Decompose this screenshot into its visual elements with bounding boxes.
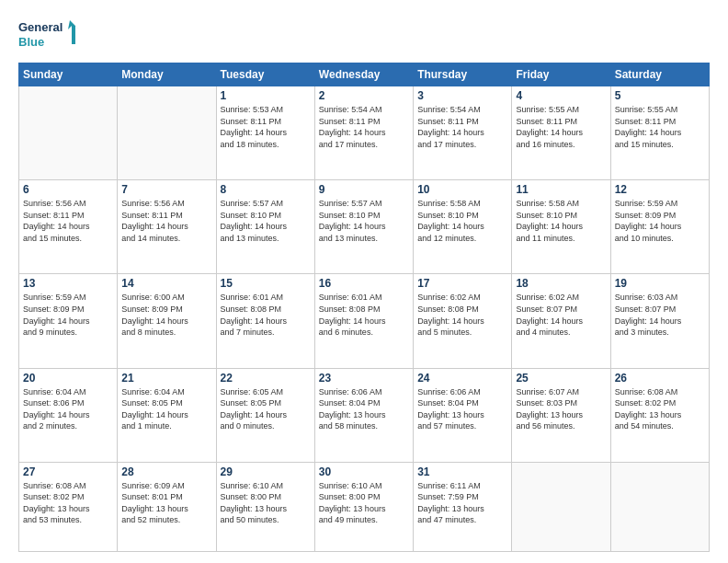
- col-header-thursday: Thursday: [414, 63, 512, 86]
- day-number: 5: [615, 89, 705, 102]
- day-number: 9: [319, 183, 409, 196]
- day-info: Sunrise: 5:57 AM Sunset: 8:10 PM Dayligh…: [221, 198, 311, 244]
- day-info: Sunrise: 6:05 AM Sunset: 8:05 PM Dayligh…: [221, 386, 311, 432]
- calendar-week-row: 6Sunrise: 5:56 AM Sunset: 8:11 PM Daylig…: [19, 180, 710, 274]
- day-number: 30: [319, 465, 409, 478]
- day-number: 11: [516, 183, 606, 196]
- day-info: Sunrise: 6:08 AM Sunset: 8:02 PM Dayligh…: [23, 480, 113, 526]
- calendar-cell: 22Sunrise: 6:05 AM Sunset: 8:05 PM Dayli…: [216, 368, 314, 462]
- calendar-cell: 15Sunrise: 6:01 AM Sunset: 8:08 PM Dayli…: [216, 274, 314, 368]
- calendar-cell: 16Sunrise: 6:01 AM Sunset: 8:08 PM Dayli…: [314, 274, 413, 368]
- day-number: 17: [417, 277, 507, 290]
- calendar-week-row: 20Sunrise: 6:04 AM Sunset: 8:06 PM Dayli…: [19, 368, 710, 462]
- day-info: Sunrise: 5:56 AM Sunset: 8:11 PM Dayligh…: [23, 198, 113, 244]
- calendar-cell: 6Sunrise: 5:56 AM Sunset: 8:11 PM Daylig…: [19, 180, 118, 274]
- day-number: 12: [615, 183, 705, 196]
- day-info: Sunrise: 5:58 AM Sunset: 8:10 PM Dayligh…: [417, 198, 507, 244]
- day-info: Sunrise: 6:01 AM Sunset: 8:08 PM Dayligh…: [319, 292, 409, 338]
- day-number: 28: [121, 465, 211, 478]
- day-info: Sunrise: 6:04 AM Sunset: 8:06 PM Dayligh…: [23, 386, 113, 432]
- day-info: Sunrise: 5:59 AM Sunset: 8:09 PM Dayligh…: [615, 198, 705, 244]
- col-header-sunday: Sunday: [19, 63, 118, 86]
- svg-text:Blue: Blue: [18, 35, 44, 49]
- day-number: 2: [319, 89, 409, 102]
- day-info: Sunrise: 5:54 AM Sunset: 8:11 PM Dayligh…: [319, 104, 409, 150]
- calendar-cell: 11Sunrise: 5:58 AM Sunset: 8:10 PM Dayli…: [512, 180, 610, 274]
- calendar-cell: 2Sunrise: 5:54 AM Sunset: 8:11 PM Daylig…: [314, 86, 413, 180]
- day-info: Sunrise: 5:59 AM Sunset: 8:09 PM Dayligh…: [23, 292, 113, 338]
- calendar-cell: 28Sunrise: 6:09 AM Sunset: 8:01 PM Dayli…: [118, 462, 216, 551]
- day-number: 4: [516, 89, 606, 102]
- day-number: 19: [615, 277, 705, 290]
- calendar-cell: 5Sunrise: 5:55 AM Sunset: 8:11 PM Daylig…: [610, 86, 709, 180]
- day-number: 21: [121, 372, 211, 385]
- calendar-week-row: 27Sunrise: 6:08 AM Sunset: 8:02 PM Dayli…: [19, 462, 710, 551]
- calendar-cell: 29Sunrise: 6:10 AM Sunset: 8:00 PM Dayli…: [216, 462, 314, 551]
- day-number: 23: [319, 372, 409, 385]
- calendar-cell: [610, 462, 709, 551]
- day-info: Sunrise: 6:08 AM Sunset: 8:02 PM Dayligh…: [615, 386, 705, 432]
- calendar-cell: 10Sunrise: 5:58 AM Sunset: 8:10 PM Dayli…: [414, 180, 512, 274]
- day-number: 6: [23, 183, 113, 196]
- day-info: Sunrise: 6:02 AM Sunset: 8:08 PM Dayligh…: [417, 292, 507, 338]
- calendar-cell: 8Sunrise: 5:57 AM Sunset: 8:10 PM Daylig…: [216, 180, 314, 274]
- day-info: Sunrise: 6:10 AM Sunset: 8:00 PM Dayligh…: [221, 480, 311, 526]
- calendar-cell: 3Sunrise: 5:54 AM Sunset: 8:11 PM Daylig…: [414, 86, 512, 180]
- day-number: 31: [417, 465, 507, 478]
- day-number: 26: [615, 372, 705, 385]
- calendar-cell: 1Sunrise: 5:53 AM Sunset: 8:11 PM Daylig…: [216, 86, 314, 180]
- header: General Blue: [18, 17, 710, 53]
- day-info: Sunrise: 6:02 AM Sunset: 8:07 PM Dayligh…: [516, 292, 606, 338]
- calendar-week-row: 13Sunrise: 5:59 AM Sunset: 8:09 PM Dayli…: [19, 274, 710, 368]
- logo-svg: General Blue: [18, 17, 83, 53]
- day-info: Sunrise: 5:57 AM Sunset: 8:10 PM Dayligh…: [319, 198, 409, 244]
- calendar-cell: 27Sunrise: 6:08 AM Sunset: 8:02 PM Dayli…: [19, 462, 118, 551]
- day-info: Sunrise: 6:04 AM Sunset: 8:05 PM Dayligh…: [121, 386, 211, 432]
- day-info: Sunrise: 5:55 AM Sunset: 8:11 PM Dayligh…: [516, 104, 606, 150]
- day-number: 24: [417, 372, 507, 385]
- day-number: 27: [23, 465, 113, 478]
- day-number: 29: [221, 465, 311, 478]
- calendar-cell: [512, 462, 610, 551]
- calendar-cell: 14Sunrise: 6:00 AM Sunset: 8:09 PM Dayli…: [118, 274, 216, 368]
- calendar-cell: 26Sunrise: 6:08 AM Sunset: 8:02 PM Dayli…: [610, 368, 709, 462]
- day-info: Sunrise: 5:53 AM Sunset: 8:11 PM Dayligh…: [221, 104, 311, 150]
- calendar-cell: 19Sunrise: 6:03 AM Sunset: 8:07 PM Dayli…: [610, 274, 709, 368]
- day-number: 22: [221, 372, 311, 385]
- day-info: Sunrise: 6:10 AM Sunset: 8:00 PM Dayligh…: [319, 480, 409, 526]
- day-number: 1: [221, 89, 311, 102]
- calendar-cell: 20Sunrise: 6:04 AM Sunset: 8:06 PM Dayli…: [19, 368, 118, 462]
- calendar-cell: 25Sunrise: 6:07 AM Sunset: 8:03 PM Dayli…: [512, 368, 610, 462]
- col-header-wednesday: Wednesday: [314, 63, 413, 86]
- day-number: 3: [417, 89, 507, 102]
- day-info: Sunrise: 5:55 AM Sunset: 8:11 PM Dayligh…: [615, 104, 705, 150]
- calendar-week-row: 1Sunrise: 5:53 AM Sunset: 8:11 PM Daylig…: [19, 86, 710, 180]
- day-info: Sunrise: 6:06 AM Sunset: 8:04 PM Dayligh…: [417, 386, 507, 432]
- calendar-cell: 7Sunrise: 5:56 AM Sunset: 8:11 PM Daylig…: [118, 180, 216, 274]
- col-header-tuesday: Tuesday: [216, 63, 314, 86]
- day-number: 25: [516, 372, 606, 385]
- logo: General Blue: [18, 17, 83, 53]
- day-number: 13: [23, 277, 113, 290]
- day-info: Sunrise: 6:01 AM Sunset: 8:08 PM Dayligh…: [221, 292, 311, 338]
- day-info: Sunrise: 5:58 AM Sunset: 8:10 PM Dayligh…: [516, 198, 606, 244]
- day-info: Sunrise: 6:09 AM Sunset: 8:01 PM Dayligh…: [121, 480, 211, 526]
- calendar-header-row: SundayMondayTuesdayWednesdayThursdayFrid…: [19, 63, 710, 86]
- day-info: Sunrise: 5:56 AM Sunset: 8:11 PM Dayligh…: [121, 198, 211, 244]
- calendar-cell: 21Sunrise: 6:04 AM Sunset: 8:05 PM Dayli…: [118, 368, 216, 462]
- col-header-monday: Monday: [118, 63, 216, 86]
- svg-marker-2: [68, 20, 79, 44]
- calendar-cell: 18Sunrise: 6:02 AM Sunset: 8:07 PM Dayli…: [512, 274, 610, 368]
- calendar-cell: [19, 86, 118, 180]
- calendar-cell: 12Sunrise: 5:59 AM Sunset: 8:09 PM Dayli…: [610, 180, 709, 274]
- col-header-friday: Friday: [512, 63, 610, 86]
- day-number: 15: [221, 277, 311, 290]
- calendar-cell: [118, 86, 216, 180]
- calendar-table: SundayMondayTuesdayWednesdayThursdayFrid…: [18, 63, 710, 552]
- calendar-cell: 13Sunrise: 5:59 AM Sunset: 8:09 PM Dayli…: [19, 274, 118, 368]
- day-info: Sunrise: 6:07 AM Sunset: 8:03 PM Dayligh…: [516, 386, 606, 432]
- day-number: 18: [516, 277, 606, 290]
- day-info: Sunrise: 5:54 AM Sunset: 8:11 PM Dayligh…: [417, 104, 507, 150]
- calendar-cell: 4Sunrise: 5:55 AM Sunset: 8:11 PM Daylig…: [512, 86, 610, 180]
- day-number: 14: [121, 277, 211, 290]
